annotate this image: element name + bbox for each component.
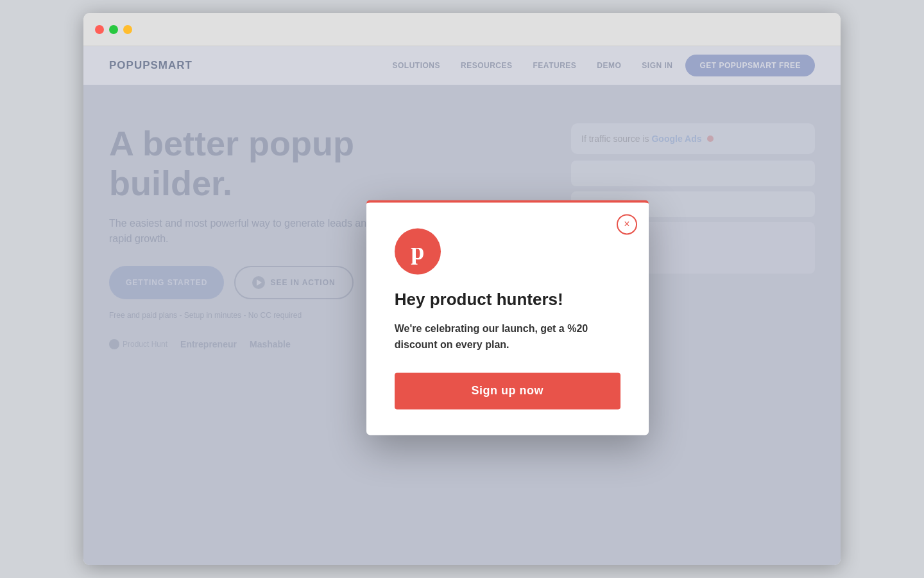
popup-heading: Hey product hunters!: [395, 290, 620, 310]
popup-inner: × p Hey product hunters! We're celebrati…: [366, 202, 649, 435]
popup-cta-button[interactable]: Sign up now: [395, 372, 620, 409]
popup-logo-letter: p: [411, 237, 424, 265]
website-content: POPUPSMART SOLUTIONS RESOURCES FEATURES …: [83, 46, 841, 565]
popup-body: We're celebrating our launch, get a %20 …: [395, 322, 620, 354]
maximize-button[interactable]: [123, 25, 132, 34]
minimize-button[interactable]: [109, 25, 118, 34]
browser-buttons: [95, 25, 132, 34]
popup-logo: p: [395, 228, 441, 274]
close-button[interactable]: [95, 25, 104, 34]
browser-titlebar: [83, 13, 841, 46]
popup-modal: × p Hey product hunters! We're celebrati…: [366, 200, 649, 435]
popup-close-button[interactable]: ×: [617, 214, 637, 234]
browser-window: POPUPSMART SOLUTIONS RESOURCES FEATURES …: [83, 13, 841, 565]
